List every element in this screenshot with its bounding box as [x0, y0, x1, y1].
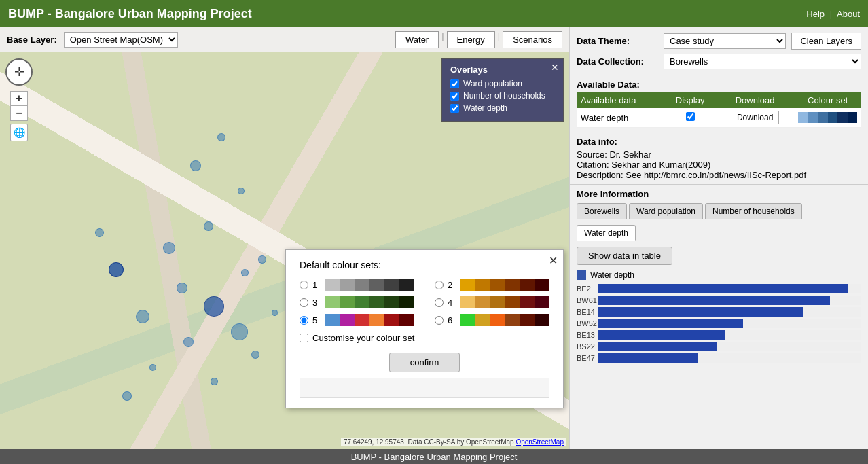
customise-row: Customise your colour set [300, 333, 549, 343]
bar-row: BS22 [577, 342, 861, 351]
display-checkbox[interactable] [686, 112, 695, 121]
base-layer-label: Base Layer: [7, 35, 57, 45]
bar-fill [598, 307, 803, 317]
bar-track [598, 353, 861, 363]
map-dot [177, 283, 187, 293]
overlay-ward-population-checkbox[interactable] [450, 79, 459, 88]
colour-set-6-label: 6 [448, 315, 456, 325]
data-theme-row: Data Theme: Case study Infrastructure Cl… [577, 33, 861, 50]
osm-link[interactable]: OpenStreetMap [516, 438, 564, 446]
map-dot [122, 391, 132, 401]
colour-set-5-row: 5 [300, 314, 414, 326]
bar-fill [598, 353, 698, 363]
available-data-label: Available Data: [577, 79, 861, 90]
map-nav-buttons: Water | Energy | Scenarios [395, 31, 562, 48]
bar-label: BE13 [577, 331, 598, 339]
header: BUMP - Bangalore Urban Mapping Project H… [0, 0, 868, 27]
show-data-button[interactable]: Show data in table [577, 247, 672, 265]
map-dot [251, 351, 259, 359]
footer-text: BUMP - Bangalore Urban Mapping Project [351, 452, 518, 462]
base-layer-select[interactable]: Open Street Map(OSM) Google Maps Bing Ma… [64, 32, 178, 48]
available-data-table: Available data Display Download Colour s… [577, 92, 861, 128]
data-collection-select[interactable]: Borewells Lakes [664, 54, 861, 69]
overlay-households-checkbox[interactable] [450, 92, 459, 101]
data-theme-label: Data Theme: [577, 36, 658, 46]
map-compass: ✛ + − 🌐 [5, 58, 33, 141]
tab-ward-population[interactable]: Ward population [629, 203, 703, 219]
map-dot [190, 160, 201, 171]
nav-sep-2: | [498, 31, 500, 48]
zoom-out-button[interactable]: − [10, 106, 28, 121]
confirm-button[interactable]: confirm [389, 353, 460, 372]
overlays-close-button[interactable]: ✕ [551, 62, 559, 73]
customise-checkbox[interactable] [300, 334, 308, 342]
header-links: Help | About [806, 9, 860, 19]
overlay-water-depth-checkbox[interactable] [450, 104, 459, 113]
bar-fill [598, 342, 717, 351]
map-dot [183, 337, 194, 347]
colour-set-3-row: 3 [300, 296, 414, 308]
colour-set-2-strip [460, 279, 549, 291]
energy-button[interactable]: Energy [447, 31, 495, 48]
overlay-water-label: Water depth [463, 103, 507, 113]
bar-row: BW61 [577, 296, 861, 305]
tab-water-depth[interactable]: Water depth [577, 225, 636, 241]
colour-set-3-label: 3 [312, 298, 321, 308]
row-download: Download [716, 108, 794, 128]
colour-set-2-label: 2 [448, 280, 456, 290]
tab-households[interactable]: Number of households [705, 203, 802, 219]
about-link[interactable]: About [837, 9, 860, 19]
help-link[interactable]: Help [806, 9, 825, 19]
legend-color-swatch [577, 270, 586, 280]
data-info-title: Data info: [577, 137, 861, 147]
row-name: Water depth [577, 108, 664, 128]
tabs-row-2: Water depth [577, 225, 861, 241]
more-info-section: More information Borewells Ward populati… [570, 184, 868, 449]
water-button[interactable]: Water [395, 31, 439, 48]
download-button[interactable]: Download [731, 111, 779, 124]
globe-icon[interactable]: 🌐 [10, 124, 28, 141]
bar-label: BE2 [577, 285, 598, 293]
colour-set-1-label: 1 [312, 280, 321, 290]
colour-swatch[interactable] [798, 112, 857, 123]
map-attribution: 77.64249, 12.95743 Data CC-By-SA by Open… [341, 438, 566, 446]
more-info-title: More information [577, 189, 861, 199]
map-dot [163, 242, 175, 254]
overlay-households: Number of households [450, 91, 555, 101]
colour-set-3-radio[interactable] [300, 298, 308, 307]
data-info-section: Data info: Source: Dr. Sekhar Citation: … [570, 132, 868, 184]
colour-set-6-radio[interactable] [435, 316, 444, 325]
colour-dialog-close-button[interactable]: ✕ [549, 254, 558, 267]
overlay-ward-label: Ward population [463, 79, 522, 88]
data-collection-row: Data Collection: Borewells Lakes [577, 54, 861, 69]
scenarios-button[interactable]: Scenarios [503, 31, 562, 48]
colour-set-2-radio[interactable] [435, 281, 444, 289]
data-info-description: Description: See http://bmrc.co.in/pdf/n… [577, 170, 861, 180]
colour-set-1-radio[interactable] [300, 281, 308, 289]
map-dot [149, 364, 156, 371]
map-section[interactable]: Base Layer: Open Street Map(OSM) Google … [0, 27, 569, 449]
col-colour-set: Colour set [794, 92, 861, 108]
colour-set-4-strip [460, 296, 549, 308]
map-dot [241, 269, 249, 276]
zoom-in-button[interactable]: + [10, 91, 28, 106]
data-theme-select[interactable]: Case study Infrastructure [664, 33, 786, 49]
map-dot [238, 188, 245, 194]
bar-track [598, 330, 861, 340]
overlays-title: Overlays [450, 65, 555, 75]
bar-track [598, 284, 861, 293]
colour-set-2-row: 2 [435, 279, 549, 291]
tab-borewells[interactable]: Borewells [577, 203, 627, 219]
legend-label: Water depth [590, 270, 634, 280]
map-dot [204, 296, 224, 317]
bar-track [598, 307, 861, 317]
clean-layers-button[interactable]: Clean Layers [791, 33, 861, 50]
map-dot [95, 228, 104, 237]
row-colour[interactable] [794, 108, 861, 128]
compass-control[interactable]: ✛ [5, 58, 33, 86]
colour-set-4-radio[interactable] [435, 298, 444, 307]
colour-set-1-row: 1 [300, 279, 414, 291]
link-separator: | [830, 9, 832, 19]
colour-note-textarea[interactable] [300, 378, 549, 398]
colour-set-5-radio[interactable] [300, 316, 308, 325]
